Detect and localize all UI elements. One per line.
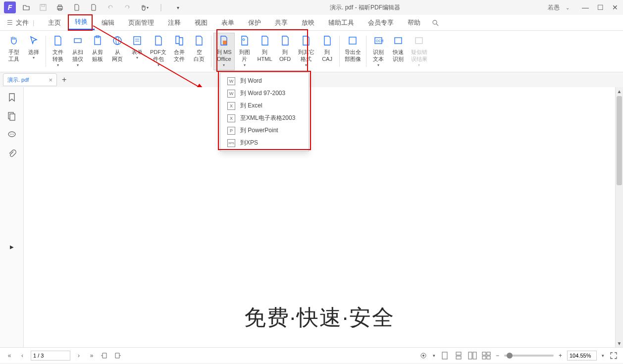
ocr-text-button[interactable]: OCR 识别 文本▾	[368, 33, 388, 70]
blank-page-button[interactable]: 空 白页	[189, 33, 209, 70]
tab-protect[interactable]: 保护	[241, 15, 268, 30]
continuous-icon[interactable]	[454, 351, 463, 360]
tab-annotate[interactable]: 注释	[161, 15, 188, 30]
scroll-thumb[interactable]	[617, 96, 622, 185]
zoom-input[interactable]	[567, 351, 597, 361]
to-word-item[interactable]: W 到 Word	[220, 75, 309, 87]
scroll-up-icon[interactable]: ▲	[616, 87, 623, 95]
pages-icon[interactable]	[6, 110, 18, 122]
page-input[interactable]	[31, 351, 70, 361]
search-icon[interactable]	[431, 19, 439, 27]
quick-ocr-button[interactable]: 快速 识别	[388, 33, 408, 70]
zoom-in-icon[interactable]: +	[559, 352, 562, 359]
read-mode-icon[interactable]	[419, 351, 428, 360]
page-canvas[interactable]: 免费·快速·安全	[24, 87, 615, 347]
select-button[interactable]: 选择 ▾	[24, 33, 44, 70]
tab-convert[interactable]: 转换	[68, 15, 95, 30]
single-page-icon[interactable]	[440, 351, 449, 360]
to-other-button[interactable]: 到其它 格式▾	[295, 33, 317, 70]
file-convert-icon	[51, 34, 65, 48]
export-images-button[interactable]: 导出全 部图像	[342, 33, 364, 70]
tab-home[interactable]: 主页	[41, 15, 68, 30]
from-web-button[interactable]: 从 网页	[107, 33, 127, 70]
svg-line-6	[436, 24, 438, 26]
maximize-button[interactable]: ☐	[596, 3, 604, 11]
from-scanner-button[interactable]: 从扫 描仪▾	[68, 33, 88, 70]
to-xps-item[interactable]: XPS 到XPS	[220, 137, 309, 149]
tab-view[interactable]: 视图	[188, 15, 214, 30]
to-word97-item[interactable]: W 到 Word 97-2003	[220, 87, 309, 100]
to-caj-button[interactable]: 到 CAJ	[317, 33, 337, 70]
add-tab-button[interactable]: +	[62, 75, 66, 84]
next-page-icon[interactable]: ›	[74, 351, 83, 360]
tab-help[interactable]: 帮助	[401, 15, 427, 30]
doc1-icon[interactable]	[72, 3, 81, 12]
nav-forward-icon[interactable]	[113, 351, 122, 360]
svg-rect-31	[442, 352, 447, 359]
vertical-scrollbar[interactable]: ▲ ▼	[615, 87, 623, 347]
other-icon	[299, 34, 313, 48]
svg-point-16	[243, 39, 245, 41]
word-icon: W	[227, 77, 235, 85]
ribbon-separator	[339, 36, 340, 67]
svg-rect-3	[58, 5, 61, 6]
document-tab-label: 演示. pdf	[7, 76, 29, 84]
tab-page-manage[interactable]: 页面管理	[121, 15, 161, 30]
tab-accessibility[interactable]: 辅助工具	[321, 15, 361, 30]
fullscreen-icon[interactable]	[609, 351, 618, 360]
two-page-icon[interactable]	[468, 351, 477, 360]
comments-icon[interactable]	[6, 129, 18, 141]
two-page-continuous-icon[interactable]	[482, 351, 491, 360]
svg-point-10	[113, 37, 121, 45]
svg-rect-38	[482, 356, 486, 359]
zoom-knob[interactable]	[507, 353, 513, 359]
prev-page-icon[interactable]: ‹	[18, 351, 27, 360]
to-ofd-button[interactable]: 到 OFD	[275, 33, 295, 70]
nav-back-icon[interactable]	[100, 351, 109, 360]
user-dropdown-icon[interactable]: ⌄	[566, 5, 570, 10]
tab-member[interactable]: 会员专享	[361, 15, 401, 30]
hand-tool-button[interactable]: 手型 工具	[4, 33, 24, 70]
to-powerpoint-item[interactable]: P 到 PowerPoint	[220, 124, 309, 137]
file-menu[interactable]: ☰ 文件 |	[4, 15, 41, 30]
minimize-button[interactable]: —	[581, 3, 589, 11]
tab-form[interactable]: 表单	[214, 15, 241, 30]
first-page-icon[interactable]: «	[5, 351, 14, 360]
bookmarks-icon[interactable]	[6, 91, 18, 103]
zoom-slider[interactable]	[504, 355, 554, 357]
open-icon[interactable]	[22, 3, 31, 12]
to-html-button[interactable]: 到 HTML	[255, 33, 275, 70]
attachments-icon[interactable]	[6, 148, 18, 159]
doc2-icon[interactable]	[89, 3, 98, 12]
html-icon	[258, 34, 272, 48]
tab-edit[interactable]: 编辑	[95, 15, 121, 30]
zoom-out-icon[interactable]: −	[496, 352, 499, 359]
file-convert-button[interactable]: 文件 转换▾	[48, 33, 68, 70]
print-icon[interactable]	[55, 3, 64, 12]
document-tab[interactable]: 演示. pdf ×	[3, 73, 57, 86]
from-clipboard-button[interactable]: 从剪 贴板	[88, 33, 107, 70]
scroll-track[interactable]	[616, 95, 623, 339]
save-icon	[39, 3, 48, 12]
last-page-icon[interactable]: »	[87, 351, 96, 360]
close-button[interactable]: ✕	[611, 3, 619, 11]
user-name[interactable]: 若愚	[548, 3, 560, 12]
file-menu-label: 文件	[16, 18, 29, 27]
to-image-button[interactable]: 到图 片▾	[235, 33, 255, 70]
qat-dropdown-icon[interactable]: ▾	[173, 3, 182, 12]
close-tab-icon[interactable]: ×	[49, 76, 52, 84]
svg-point-5	[433, 20, 437, 24]
form-button[interactable]: 表单▾	[127, 33, 147, 70]
svg-rect-0	[40, 4, 46, 10]
hand-icon[interactable]: ▾	[140, 3, 149, 12]
to-excel-item[interactable]: X 到 Excel	[220, 100, 309, 112]
to-xml2003-item[interactable]: X 至XML电子表格2003	[220, 112, 309, 124]
scroll-down-icon[interactable]: ▼	[616, 339, 623, 347]
pdf-package-button[interactable]: PDF文 件包▾	[147, 33, 169, 70]
hand-tool-label: 手型 工具	[8, 49, 19, 63]
tab-share[interactable]: 共享	[268, 15, 295, 30]
to-ms-office-button[interactable]: 到 MS Office▾	[213, 33, 235, 70]
collapse-sidebar-icon[interactable]: ▶	[6, 241, 18, 253]
tab-present[interactable]: 放映	[295, 15, 321, 30]
merge-button[interactable]: 合并 文件	[169, 33, 189, 70]
